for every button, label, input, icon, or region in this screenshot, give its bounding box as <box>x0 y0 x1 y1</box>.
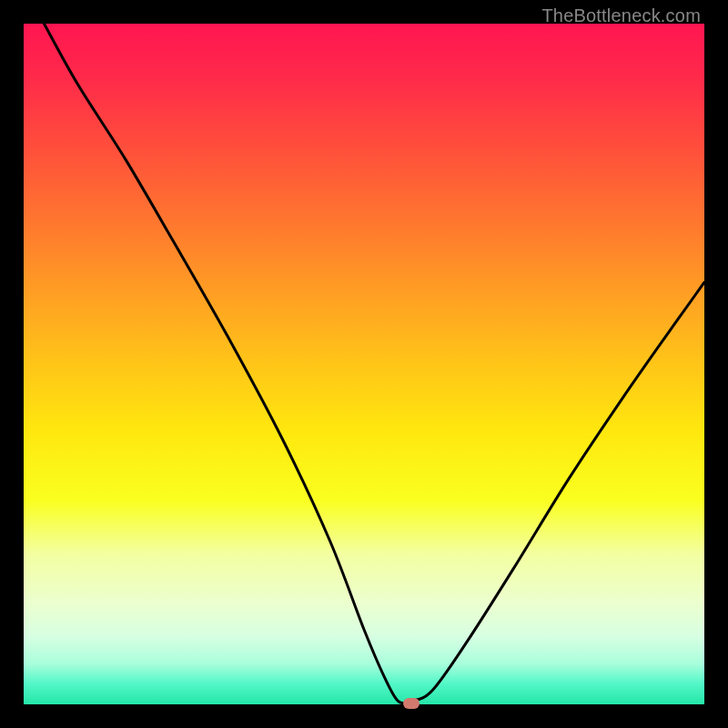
chart-container: TheBottleneck.com <box>0 0 728 728</box>
plot-area <box>24 24 704 704</box>
bottleneck-marker <box>403 698 420 709</box>
